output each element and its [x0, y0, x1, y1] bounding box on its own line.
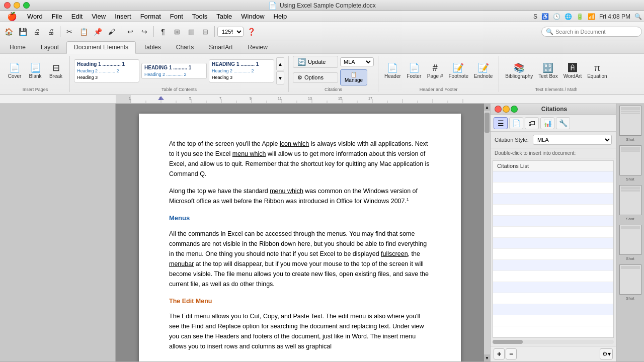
update-button[interactable]: 🔄 Update	[293, 56, 338, 68]
menu-view[interactable]: View	[88, 12, 110, 21]
toolbar-print2-btn[interactable]: 🖨	[44, 25, 57, 38]
minimize-button[interactable]	[14, 2, 20, 9]
search-input[interactable]	[555, 29, 637, 35]
equation-button[interactable]: π Equation	[585, 62, 609, 80]
cover-button[interactable]: 📄 Cover	[5, 62, 24, 80]
menu-table[interactable]: Table	[212, 12, 236, 21]
toc-prev-btn[interactable]: ▲	[276, 57, 284, 70]
citations-row-8[interactable]	[493, 249, 613, 260]
citations-row-13[interactable]	[493, 304, 613, 315]
toolbar-undo-btn[interactable]: ↩	[124, 25, 137, 38]
citations-row-6[interactable]	[493, 227, 613, 238]
tab-tables[interactable]: Tables	[136, 41, 169, 53]
toolbar-redo-btn[interactable]: ↪	[138, 25, 151, 38]
citations-row-7[interactable]	[493, 238, 613, 249]
citations-scrollbar[interactable]	[493, 340, 614, 344]
citations-row-11[interactable]	[493, 282, 613, 293]
toolbar-format-btn[interactable]: 🖌	[105, 25, 118, 38]
tab-document-elements[interactable]: Document Elements	[66, 41, 136, 54]
thumbnail-4[interactable]	[619, 225, 641, 255]
toolbar-view1-btn[interactable]: ⊞	[171, 25, 184, 38]
citations-window-controls[interactable]	[495, 106, 518, 113]
manage-button[interactable]: 📋 Manage	[340, 69, 367, 85]
tab-review[interactable]: Review	[240, 41, 275, 53]
citations-row-1[interactable]	[493, 171, 613, 183]
wordart-button[interactable]: 🅰 WordArt	[561, 62, 584, 80]
page-number-button[interactable]: # Page #	[425, 62, 445, 80]
footer-button[interactable]: 📄 Footer	[405, 62, 424, 80]
menu-help[interactable]: Help	[270, 12, 291, 21]
citation-style-select[interactable]: MLA APA Chicago	[342, 58, 372, 65]
citations-min-btn[interactable]	[503, 106, 510, 113]
citations-close-btn[interactable]	[495, 106, 502, 113]
search-icon[interactable]: 🔍	[634, 13, 642, 20]
menu-window[interactable]: Window	[237, 12, 268, 21]
options-button[interactable]: ⚙ Options	[293, 72, 338, 83]
scroll-thumb[interactable]	[485, 113, 490, 133]
header-button[interactable]: 📄 Header	[382, 62, 403, 80]
footnote-button[interactable]: 📝 Footnote	[447, 62, 470, 80]
window-controls[interactable]	[4, 2, 30, 9]
toolbar-copy-btn[interactable]: 📋	[77, 25, 90, 38]
toolbar-home-btn[interactable]: 🏠	[2, 25, 15, 38]
toolbar-view3-btn[interactable]: ⊟	[199, 25, 212, 38]
zoom-select[interactable]: 125% 100% 150%	[217, 27, 244, 37]
thumbnail-2[interactable]	[619, 145, 641, 175]
toolbar-cut-btn[interactable]: ✂	[63, 25, 76, 38]
tab-home[interactable]: Home	[2, 41, 33, 53]
menu-tools[interactable]: Tools	[188, 12, 211, 21]
heading-style-1[interactable]: Heading 1 ............. 1 Heading 2 ....…	[74, 59, 139, 82]
tab-smartart[interactable]: SmartArt	[201, 41, 240, 53]
citations-settings-btn[interactable]: ⚙▾	[600, 348, 613, 359]
citations-add-btn[interactable]: +	[494, 348, 505, 359]
citations-row-9[interactable]	[493, 260, 613, 271]
citations-row-2[interactable]	[493, 183, 613, 194]
citations-edit-btn[interactable]: 📄	[509, 117, 523, 129]
citations-row-12[interactable]	[493, 293, 613, 304]
bibliography-button[interactable]: 📚 Bibliography	[503, 62, 535, 80]
thumbnail-3[interactable]	[619, 185, 641, 215]
citations-bar-chart-btn[interactable]: 📊	[540, 117, 554, 129]
citations-max-btn[interactable]	[511, 106, 518, 113]
toolbar-print-btn[interactable]: 🖨	[30, 25, 43, 38]
heading-style-3[interactable]: HEADING 1 .......... 1 Heading 2 .......…	[209, 59, 274, 82]
toolbar-paste-btn[interactable]: 📌	[91, 25, 104, 38]
citations-row-3[interactable]	[493, 194, 613, 205]
toc-next-btn[interactable]: ▼	[276, 71, 284, 84]
tab-layout[interactable]: Layout	[33, 41, 66, 53]
tab-charts[interactable]: Charts	[169, 41, 201, 53]
menu-edit[interactable]: Edit	[67, 12, 87, 21]
citations-row-5[interactable]	[493, 216, 613, 227]
menu-file[interactable]: File	[48, 12, 66, 21]
break-button[interactable]: ⊟ Break	[46, 62, 65, 80]
thumbnail-5[interactable]	[619, 264, 641, 295]
doc-area[interactable]: At the top of the screen you'll the Appl…	[116, 104, 484, 361]
blank-button[interactable]: 📃 Blank	[26, 62, 45, 80]
maximize-button[interactable]	[23, 2, 30, 9]
citations-remove-btn[interactable]: −	[506, 348, 517, 359]
citations-list-btn[interactable]: ☰	[494, 117, 508, 129]
thumbnail-1[interactable]	[619, 106, 641, 136]
endnote-button[interactable]: 📝 Endnote	[472, 62, 495, 80]
citations-tools-btn[interactable]: 🔧	[556, 117, 570, 129]
scroll-up-btn[interactable]: ▲	[484, 104, 490, 111]
close-button[interactable]	[4, 2, 11, 9]
citations-row-4[interactable]	[493, 205, 613, 216]
citations-scrollbar-thumb[interactable]	[493, 340, 523, 344]
doc-scrollbar[interactable]: ▲ ▼	[484, 104, 490, 361]
citations-list-container[interactable]: Citations List	[493, 160, 614, 338]
scroll-down-btn[interactable]: ▼	[484, 354, 490, 361]
heading-style-2[interactable]: HEADING 1 .......... 1 Heading 2 .......…	[141, 63, 207, 79]
menu-font[interactable]: Font	[166, 12, 187, 21]
apple-menu[interactable]: 🍎	[2, 12, 22, 21]
citations-row-14[interactable]	[493, 315, 613, 326]
citations-row-10[interactable]	[493, 271, 613, 282]
toolbar-para-btn[interactable]: ¶	[156, 25, 170, 38]
toolbar-save-btn[interactable]: 💾	[16, 25, 29, 38]
menu-insert[interactable]: Insert	[111, 12, 135, 21]
toolbar-view2-btn[interactable]: ▦	[185, 25, 198, 38]
citation-style-dropdown[interactable]: MLA APA Chicago	[533, 135, 612, 145]
menu-format[interactable]: Format	[136, 12, 165, 21]
toolbar-help-btn[interactable]: ❓	[245, 25, 258, 38]
citations-flag-btn[interactable]: 🏷	[525, 117, 539, 129]
